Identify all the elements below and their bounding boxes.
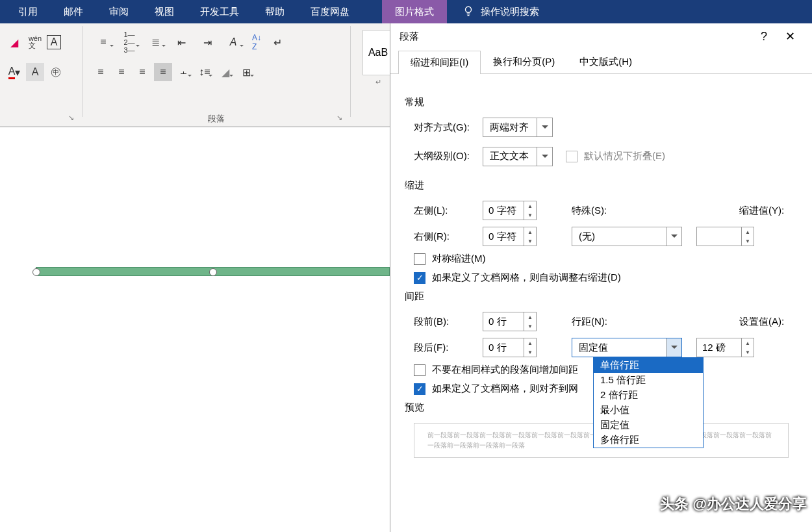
tell-me-search[interactable]: 操作说明搜索 xyxy=(481,0,539,23)
spinner-down-icon[interactable]: ▼ xyxy=(524,236,536,246)
special-dropdown-icon[interactable] xyxy=(666,227,681,246)
special-label: 特殊(S): xyxy=(572,205,643,217)
line-option-atleast[interactable]: 最小值 xyxy=(594,403,703,418)
special-value: (无) xyxy=(572,231,666,243)
line-spacing-dropdown[interactable]: 单倍行距 1.5 倍行距 2 倍行距 最小值 固定值 多倍行距 xyxy=(593,357,704,448)
text-effects-button[interactable]: A xyxy=(222,33,245,51)
spacing-at-value[interactable]: 12 磅 xyxy=(697,342,741,354)
spinner-down-icon[interactable]: ▼ xyxy=(742,236,754,246)
spinner-up-icon[interactable]: ▲ xyxy=(524,201,536,210)
spacing-grid-checkbox[interactable]: ✓ xyxy=(414,383,425,395)
spinner-down-icon[interactable]: ▼ xyxy=(742,348,754,357)
tab-baidu[interactable]: 百度网盘 xyxy=(298,0,362,23)
tab-picture-format[interactable]: 图片格式 xyxy=(382,0,447,23)
highlight-button[interactable]: A xyxy=(26,63,44,81)
shading-button[interactable]: ◢ xyxy=(216,63,235,81)
borders-button[interactable]: ⊞ xyxy=(237,63,255,81)
line-spacing-dropdown-icon[interactable] xyxy=(666,338,681,357)
indent-by-spinner[interactable]: ▲▼ xyxy=(696,227,754,246)
spinner-down-icon[interactable]: ▼ xyxy=(524,348,536,357)
indent-left-spinner[interactable]: 0 字符 ▲▼ xyxy=(483,201,537,220)
alignment-dropdown-icon[interactable] xyxy=(537,118,552,136)
multilevel-list-button[interactable]: ≣ xyxy=(144,33,167,51)
resize-handle-left[interactable] xyxy=(32,268,40,276)
resize-handle-mid[interactable] xyxy=(209,268,217,276)
increase-indent-button[interactable]: ⇥ xyxy=(196,33,219,51)
indent-left-value[interactable]: 0 字符 xyxy=(483,205,524,217)
tab-developer[interactable]: 开发工具 xyxy=(187,0,252,23)
tab-indent-spacing[interactable]: 缩进和间距(I) xyxy=(398,51,481,74)
numbering-button[interactable]: 1—2—3— xyxy=(118,33,141,51)
tab-mailings[interactable]: 邮件 xyxy=(51,0,96,23)
line-option-multiple[interactable]: 多倍行距 xyxy=(594,433,703,448)
line-option-1-5[interactable]: 1.5 倍行距 xyxy=(594,373,703,388)
tab-help[interactable]: 帮助 xyxy=(252,0,298,23)
tab-asian-typography[interactable]: 中文版式(H) xyxy=(567,50,644,73)
space-after-label: 段后(F): xyxy=(405,342,483,354)
spacing-at-label: 设置值(A): xyxy=(739,316,798,328)
mirror-indent-label: 对称缩进(M) xyxy=(432,253,486,265)
mirror-indent-checkbox[interactable] xyxy=(414,253,425,265)
style-preview[interactable]: AaB xyxy=(362,30,394,75)
dialog-titlebar: 段落 ? ✕ xyxy=(390,23,812,49)
space-after-value[interactable]: 0 行 xyxy=(483,342,524,354)
outline-combo[interactable]: 正文文本 xyxy=(483,147,553,166)
spinner-up-icon[interactable]: ▲ xyxy=(524,227,536,236)
line-spacing-combo[interactable]: 固定值 xyxy=(572,338,682,357)
show-marks-button[interactable]: ↵ xyxy=(268,33,286,51)
spacing-at-spinner[interactable]: 12 磅 ▲▼ xyxy=(696,338,754,357)
paragraph-group-launcher[interactable]: ↘ xyxy=(336,114,342,122)
tab-line-page-breaks[interactable]: 换行和分页(P) xyxy=(481,50,567,73)
alignment-combo[interactable]: 两端对齐 xyxy=(483,118,553,137)
eraser-icon[interactable]: ◢ xyxy=(5,33,23,51)
spinner-down-icon[interactable]: ▼ xyxy=(524,322,536,331)
line-option-single[interactable]: 单倍行距 xyxy=(594,358,703,373)
line-spacing-button[interactable]: ↕≡ xyxy=(196,63,214,81)
spinner-up-icon[interactable]: ▲ xyxy=(524,312,536,322)
phonetic-guide-button[interactable]: wén文 xyxy=(26,33,44,51)
decrease-indent-button[interactable]: ⇤ xyxy=(170,33,193,51)
indent-grid-label: 如果定义了文档网格，则自动调整右缩进(D) xyxy=(432,272,621,284)
close-button[interactable]: ✕ xyxy=(777,23,803,49)
line-option-double[interactable]: 2 倍行距 xyxy=(594,388,703,403)
bullets-button[interactable]: ≡ xyxy=(92,33,115,51)
special-combo[interactable]: (无) xyxy=(572,227,682,246)
indent-grid-checkbox[interactable]: ✓ xyxy=(414,272,425,284)
selected-shape[interactable] xyxy=(36,267,390,276)
spinner-up-icon[interactable]: ▲ xyxy=(742,338,754,348)
tab-references[interactable]: 引用 xyxy=(5,0,51,23)
document-area[interactable] xyxy=(0,127,390,532)
align-center-button[interactable]: ≡ xyxy=(112,63,131,81)
indent-right-spinner[interactable]: 0 字符 ▲▼ xyxy=(483,227,537,246)
no-space-same-style-checkbox[interactable] xyxy=(414,364,425,376)
align-justify-button[interactable]: ≡ xyxy=(154,63,172,81)
font-color-button[interactable]: A▾ xyxy=(5,63,23,81)
outline-label: 大纲级别(O): xyxy=(405,150,483,162)
space-after-spinner[interactable]: 0 行 ▲▼ xyxy=(483,338,537,357)
indent-right-label: 右侧(R): xyxy=(405,231,483,243)
line-option-exactly[interactable]: 固定值 xyxy=(594,418,703,433)
help-button[interactable]: ? xyxy=(751,23,777,49)
alignment-value: 两端对齐 xyxy=(483,121,537,134)
tab-view[interactable]: 视图 xyxy=(142,0,187,23)
align-left-button[interactable]: ≡ xyxy=(92,63,110,81)
distribute-button[interactable]: ⫠ xyxy=(175,63,193,81)
dialog-title-text: 段落 xyxy=(400,31,419,43)
spacing-grid-label: 如果定义了文档网格，则对齐到网 xyxy=(432,383,578,395)
spinner-up-icon[interactable]: ▲ xyxy=(742,227,754,236)
spinner-down-icon[interactable]: ▼ xyxy=(524,210,536,220)
character-border-button[interactable]: A xyxy=(47,35,61,49)
align-right-button[interactable]: ≡ xyxy=(133,63,151,81)
sort-button[interactable]: A↓Z xyxy=(247,33,266,51)
spinner-up-icon[interactable]: ▲ xyxy=(524,338,536,348)
paragraph-dialog: 段落 ? ✕ 缩进和间距(I) 换行和分页(P) 中文版式(H) 常规 对齐方式… xyxy=(390,23,812,532)
space-before-spinner[interactable]: 0 行 ▲▼ xyxy=(483,312,537,331)
svg-point-0 xyxy=(466,6,472,12)
tab-review[interactable]: 审阅 xyxy=(96,0,142,23)
enclose-char-button[interactable]: ㊥ xyxy=(47,63,65,81)
indent-right-value[interactable]: 0 字符 xyxy=(483,231,524,243)
space-before-value[interactable]: 0 行 xyxy=(483,316,524,328)
paragraph-group-label: 段落 xyxy=(86,113,346,125)
outline-dropdown-icon[interactable] xyxy=(537,147,552,166)
font-group-launcher[interactable]: ↘ xyxy=(68,114,74,122)
